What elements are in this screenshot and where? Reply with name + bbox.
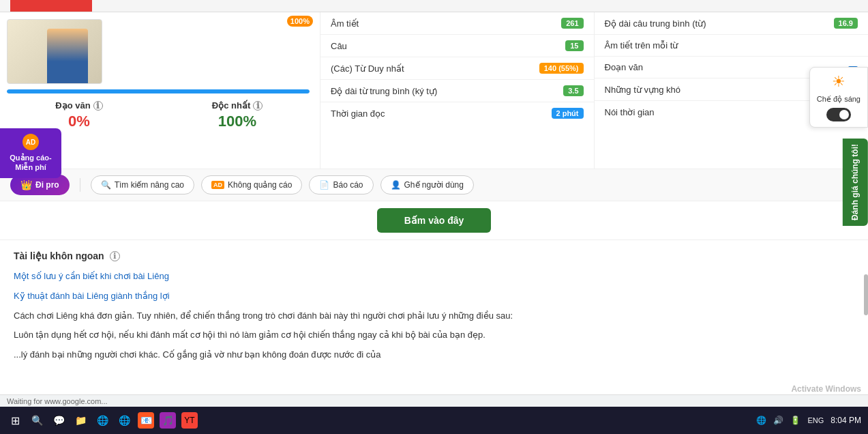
doc-section: Tài liệu khôn ngoan ℹ Một số lưu ý cần b… (0, 240, 868, 394)
link-2[interactable]: Kỹ thuật đánh bài Liêng giành thắng lợi (14, 291, 170, 301)
doc-title-row: Tài liệu khôn ngoan ℹ (14, 250, 854, 261)
add-user-label: Ghế người dùng (404, 180, 464, 190)
stat-label: Âm tiết (331, 18, 359, 29)
right-stats-panel: Âm tiết 261 Câu 15 (Các) Từ Duy nhất 140… (320, 12, 868, 169)
unique-label: Độc nhất ℹ (165, 100, 310, 111)
stat-label: Đoạn văn (605, 62, 643, 72)
ad-banner[interactable]: AD Quảng cáo-Miễn phí (0, 128, 61, 178)
stat-label: Âm tiết trên mỗi từ (605, 40, 678, 50)
stats-grid: Âm tiết 261 Câu 15 (Các) Từ Duy nhất 140… (320, 12, 868, 169)
taskbar-volume-icon: 🔊 (773, 416, 783, 425)
taskbar-battery-icon: 🔋 (790, 416, 800, 425)
taskbar-app1-icon[interactable]: 📧 (138, 412, 154, 429)
unique-value: 100% (165, 113, 310, 130)
taskbar-app3-icon[interactable]: YT (181, 412, 198, 429)
doc-para-1: Cách chơi Liêng khá đơn giản. Tuy nhiên,… (14, 309, 854, 323)
stats-row: Đạo văn ℹ 0% Độc nhất ℹ 100% (7, 100, 310, 130)
taskbar-chat-icon[interactable]: 💬 (50, 412, 67, 429)
stat-tu-duy-nhat: (Các) Từ Duy nhất 140 (55%) (320, 57, 594, 80)
taskbar-eng-label: ENG (807, 416, 824, 424)
taskbar-windows-icon[interactable]: ⊞ (7, 412, 23, 429)
scrollbar-indicator[interactable] (864, 274, 868, 315)
stat-value: 2 phút (552, 108, 584, 119)
add-user-button[interactable]: 👤 Ghế người dùng (380, 175, 474, 194)
unique-info-icon[interactable]: ℹ (253, 101, 263, 111)
doc-link-1[interactable]: Một số lưu ý cần biết khi chơi bài Liêng (14, 270, 854, 284)
document-thumbnail (7, 19, 102, 84)
main-btn-row: Bấm vào đây (0, 201, 868, 240)
taskbar-folder-icon[interactable]: 📁 (72, 412, 89, 429)
image-area: 100% (7, 19, 310, 84)
bam-button[interactable]: Bấm vào đây (377, 208, 492, 233)
taskbar-chrome-icon[interactable]: 🌐 (94, 412, 110, 429)
stat-do-dai-cau: Độ dài câu trung bình (từ) 16.9 (595, 12, 869, 35)
stat-am-tiet: Âm tiết 261 (320, 12, 594, 35)
stat-do-dai-tu: Độ dài từ trung bình (ký tự) 3.5 (320, 80, 594, 102)
progress-bar (7, 89, 310, 93)
stat-value: 140 (55%) (539, 63, 584, 74)
report-label: Báo cáo (333, 180, 363, 190)
stat-label: Câu (331, 41, 347, 51)
left-panel: 100% Đạo văn ℹ 0% Độc nhất ℹ (0, 12, 320, 169)
doc-title: Tài liệu khôn ngoan (14, 250, 104, 261)
ad-text: Quảng cáo-Miễn phí (4, 153, 57, 173)
stat-label: Nói thời gian (605, 107, 655, 117)
percent-badge: 100% (287, 16, 313, 27)
red-tab[interactable] (10, 0, 92, 12)
search-label: Tìm kiếm nâng cao (115, 180, 184, 190)
separator (80, 178, 80, 192)
stat-label: Những từ vựng khó (605, 85, 680, 95)
light-mode-panel: ☀ Chế độ sáng (809, 67, 868, 128)
plagiarism-label: Đạo văn ℹ (7, 100, 151, 111)
top-bar (0, 0, 868, 12)
stat-am-tiet-moi-tu: Âm tiết trên mỗi từ (595, 35, 869, 57)
light-mode-label: Chế độ sáng (817, 95, 860, 104)
plagiarism-info-icon[interactable]: ℹ (93, 101, 103, 111)
taskbar-search-icon[interactable]: 🔍 (29, 412, 45, 429)
stat-thoi-gian-doc: Thời gian đọc 2 phút (320, 102, 594, 124)
taskbar-network-icon: 🌐 (756, 416, 766, 425)
ad-icon: AD (211, 181, 224, 189)
stat-value: 3.5 (563, 85, 583, 96)
search-icon: 🔍 (101, 180, 111, 190)
thumbnail-figure (47, 29, 88, 83)
middle-toolbar: 👑 Đi pro 🔍 Tìm kiếm nâng cao AD Không qu… (0, 169, 868, 201)
doc-info-icon[interactable]: ℹ (110, 251, 120, 261)
report-icon: 📄 (319, 180, 329, 190)
report-button[interactable]: 📄 Báo cáo (309, 175, 373, 194)
activate-windows-title: Activate Windows (734, 384, 861, 394)
stat-cau: Câu 15 (320, 35, 594, 57)
taskbar-right: 🌐 🔊 🔋 ENG 8:04 PM (756, 416, 861, 425)
stats-col-1: Âm tiết 261 Câu 15 (Các) Từ Duy nhất 140… (320, 12, 595, 169)
ad-badge: AD (23, 134, 39, 150)
link-1[interactable]: Một số lưu ý cần biết khi chơi bài Liêng (14, 271, 169, 281)
rate-button[interactable]: Đánh giá chúng tôi! (843, 139, 868, 226)
stat-label: Thời gian đọc (331, 108, 385, 119)
taskbar-time: 8:04 PM (830, 416, 861, 425)
status-bar: Waiting for www.google.com... (0, 394, 868, 407)
doc-link-2[interactable]: Kỹ thuật đánh bài Liêng giành thắng lợi (14, 289, 854, 304)
toggle-knob (839, 110, 849, 119)
unique-stat: Độc nhất ℹ 100% (165, 100, 310, 130)
doc-para-3: ...lý đánh bại những người chơi khác. Cố… (14, 348, 854, 362)
main-content: 100% Đạo văn ℹ 0% Độc nhất ℹ (0, 12, 868, 394)
no-ad-label: Không quảng cáo (228, 180, 292, 190)
doc-content: Một số lưu ý cần biết khi chơi bài Liêng… (14, 270, 854, 362)
taskbar-edge-icon[interactable]: 🌐 (116, 412, 132, 429)
plagiarism-stat: Đạo văn ℹ 0% (7, 100, 151, 130)
stat-label: (Các) Từ Duy nhất (331, 63, 404, 74)
taskbar-app2-icon[interactable]: 🎵 (160, 412, 176, 429)
stat-value: 16.9 (834, 18, 858, 29)
light-mode-toggle[interactable] (826, 108, 851, 121)
taskbar: ⊞ 🔍 💬 📁 🌐 🌐 📧 🎵 YT 🌐 🔊 🔋 ENG 8:04 PM (0, 407, 868, 434)
crown-icon: 👑 (20, 179, 32, 190)
doc-para-2: Luôn tận dụng hết cơ hội, nếu khi đánh m… (14, 328, 854, 343)
stat-value: 261 (561, 18, 583, 29)
user-icon: 👤 (391, 180, 401, 190)
stat-label: Độ dài từ trung bình (ký tự) (331, 86, 437, 96)
stat-value: 15 (565, 40, 583, 51)
no-ad-button[interactable]: AD Không quảng cáo (201, 175, 302, 194)
search-advanced-button[interactable]: 🔍 Tìm kiếm nâng cao (91, 175, 194, 194)
top-section: 100% Đạo văn ℹ 0% Độc nhất ℹ (0, 12, 868, 169)
taskbar-left: ⊞ 🔍 💬 📁 🌐 🌐 📧 🎵 YT (7, 412, 198, 429)
